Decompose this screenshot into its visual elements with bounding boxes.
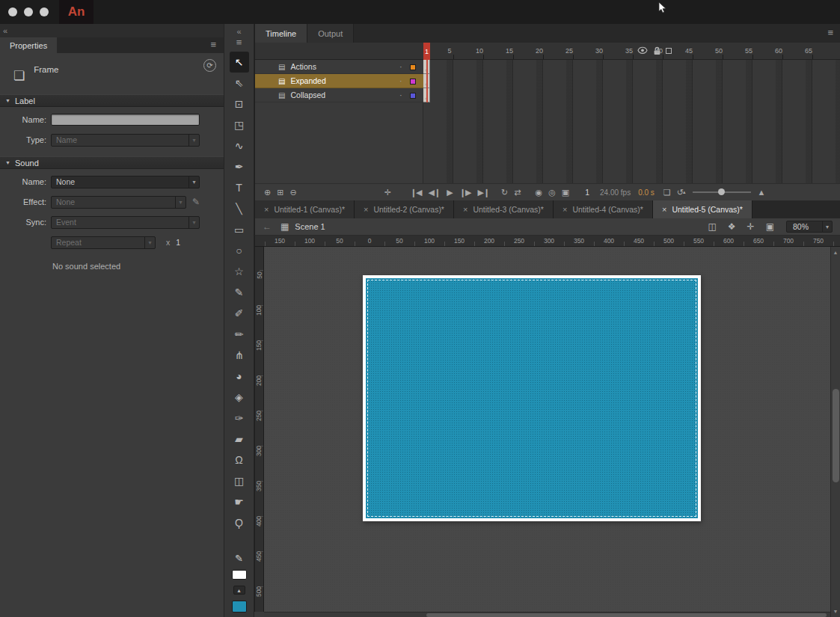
back-arrow-icon[interactable]: ← (263, 221, 272, 232)
layer-outline-color-swatch[interactable] (410, 79, 416, 85)
camera-tool[interactable]: ◫ (230, 470, 249, 491)
stage[interactable] (363, 275, 701, 521)
close-window-button[interactable] (8, 7, 17, 16)
layer-outline-color-swatch[interactable] (410, 93, 416, 99)
polystar-tool[interactable]: ☆ (230, 261, 249, 282)
selection-tool[interactable]: ↖ (230, 52, 249, 73)
elapsed-time-indicator[interactable]: 0.0 s (638, 188, 654, 197)
layer-name-cell[interactable]: ▤ Expanded ✎ · · (255, 74, 423, 88)
rectangle-tool[interactable]: ▭ (230, 219, 249, 240)
go-to-first-frame-button[interactable]: ❙◀ (410, 188, 422, 197)
step-back-button[interactable]: ◀❙ (429, 188, 441, 197)
timeline-zoom-out-icon[interactable]: ▴ (683, 189, 686, 195)
stage-zoom-dropdown[interactable]: 80% ▾ (786, 221, 833, 233)
timeline-panel-tab[interactable]: Output (307, 24, 354, 43)
play-button[interactable]: ▶ (447, 188, 452, 197)
edit-sound-envelope-icon[interactable]: ✎ (192, 197, 200, 207)
repeat-count-value[interactable]: 1 (176, 238, 180, 247)
free-transform-tool[interactable]: ⊡ (230, 93, 249, 114)
step-forward-button[interactable]: ❙▶ (459, 188, 471, 197)
layer-lock-dot[interactable]: · (399, 76, 402, 85)
horizontal-scrollbar-thumb[interactable] (426, 613, 827, 617)
close-document-icon[interactable]: × (264, 205, 269, 214)
tools-panel-menu-icon[interactable]: ≡ (236, 37, 242, 47)
document-tab[interactable]: × Untitled-5 (Canvas)* (653, 200, 752, 218)
close-document-icon[interactable]: × (463, 205, 467, 214)
layer-name-cell[interactable]: ▤ Actions ✎ · · (255, 60, 423, 74)
center-frame-button[interactable]: ✛ (384, 188, 390, 197)
camera-icon[interactable]: ◫ (708, 221, 716, 232)
properties-panel-menu-icon[interactable]: ≡ (210, 40, 216, 49)
swap-colors-icon[interactable]: ▴ (233, 586, 245, 595)
onion-skin-button[interactable]: ◉ (536, 188, 542, 197)
stage-fill-rectangle[interactable] (366, 278, 698, 518)
label-name-input[interactable] (51, 114, 200, 126)
zoom-tool[interactable]: Ϙ (230, 512, 249, 533)
timeline-panel-tab[interactable]: Timeline (255, 24, 307, 43)
fill-color-swatch[interactable] (232, 601, 247, 613)
layer-lock-dot[interactable]: · (399, 62, 402, 71)
vertical-scrollbar-thumb[interactable] (833, 389, 839, 482)
playhead[interactable]: 1 (423, 43, 430, 60)
panel-options-button[interactable]: ⟳ (203, 59, 216, 72)
line-tool[interactable]: ╲ (230, 198, 249, 219)
collapse-tools-panel-button[interactable]: « (236, 27, 241, 36)
timeline-zoom-in-icon[interactable]: ▲ (757, 188, 765, 197)
oval-tool[interactable]: ○ (230, 240, 249, 261)
layer-name-label[interactable]: Expanded (290, 76, 325, 85)
layer-name-label[interactable]: Actions (290, 62, 316, 71)
edit-multiple-frames-button[interactable]: ▣ (562, 188, 568, 197)
document-tab[interactable]: × Untitled-2 (Canvas)* (355, 200, 454, 218)
timeline-layer-row[interactable]: ▤ Collapsed ✎ · · ○ (255, 88, 840, 102)
layer-outline-color-swatch[interactable] (410, 64, 416, 70)
hand-tool[interactable]: ☛ (230, 491, 249, 512)
timeline-panel-menu-icon[interactable]: ≡ (827, 28, 833, 37)
brush-tool[interactable]: ✐ (230, 303, 249, 324)
close-document-icon[interactable]: × (562, 205, 567, 214)
paint-brush-tool[interactable]: ✏ (230, 324, 249, 345)
marquee-zoom-button[interactable]: ❏ (663, 188, 670, 197)
timeline-layer-row[interactable]: ▤ Actions ✎ · · ○ (255, 60, 840, 74)
document-tab[interactable]: × Untitled-1 (Canvas)* (255, 200, 355, 218)
asset-warp-tool[interactable]: Ω (230, 449, 249, 470)
pencil-tool[interactable]: ✎ (230, 282, 249, 303)
reset-timeline-zoom-button[interactable]: ↺ (677, 188, 683, 197)
collapse-properties-panel-button[interactable]: « (3, 26, 7, 35)
scroll-down-icon[interactable]: ▼ (833, 609, 839, 614)
timeline-zoom-slider-thumb[interactable] (718, 188, 725, 195)
subselection-tool[interactable]: ⇖ (230, 73, 249, 93)
document-tab[interactable]: × Untitled-4 (Canvas)* (554, 200, 653, 218)
current-frame-indicator[interactable]: 1 (585, 188, 589, 197)
ink-bottle-tool[interactable]: ◈ (230, 387, 249, 408)
text-tool[interactable]: T (230, 177, 249, 198)
label-section-header[interactable]: ▼ Label (0, 94, 224, 107)
layer-name-cell[interactable]: ▤ Collapsed ✎ · · (255, 88, 423, 102)
bone-tool[interactable]: ⋔ (230, 345, 249, 366)
pen-tool[interactable]: ✒ (230, 156, 249, 177)
lasso-tool[interactable]: ∿ (230, 135, 249, 156)
new-layer-button[interactable]: ⊕ (264, 188, 270, 197)
frame-number-ruler[interactable]: 5101520253035404550556065 (423, 43, 840, 59)
loop-range-button[interactable]: ⇄ (514, 188, 520, 197)
onion-skin-outlines-button[interactable]: ◎ (548, 188, 555, 197)
center-stage-icon[interactable]: ✛ (747, 221, 755, 232)
stroke-color-swatch[interactable] (232, 570, 247, 580)
close-document-icon[interactable]: × (364, 205, 368, 214)
tab-properties[interactable]: Properties (0, 37, 57, 53)
close-document-icon[interactable]: × (662, 205, 666, 214)
scroll-up-icon[interactable]: ▲ (833, 250, 839, 255)
scene-name-label[interactable]: Scene 1 (295, 222, 325, 231)
layer-lock-dot[interactable]: · (399, 90, 402, 99)
timeline-layer-row[interactable]: ▤ Expanded ✎ · · ○ (255, 74, 840, 88)
frame-rate-indicator[interactable]: 24.00 fps (600, 188, 631, 197)
playhead-line[interactable] (426, 60, 428, 102)
gradient-transform-tool[interactable]: ◳ (230, 114, 249, 135)
sound-section-header[interactable]: ▼ Sound (0, 156, 224, 169)
timeline-zoom-slider[interactable] (693, 191, 751, 193)
go-to-last-frame-button[interactable]: ▶❙ (477, 188, 489, 197)
sound-name-dropdown[interactable]: None ▾ (51, 176, 200, 188)
document-tab[interactable]: × Untitled-3 (Canvas)* (454, 200, 554, 218)
eyedropper-tool[interactable]: ✑ (230, 408, 249, 429)
layer-name-label[interactable]: Collapsed (290, 90, 325, 99)
delete-layer-button[interactable]: ⊖ (289, 188, 295, 197)
